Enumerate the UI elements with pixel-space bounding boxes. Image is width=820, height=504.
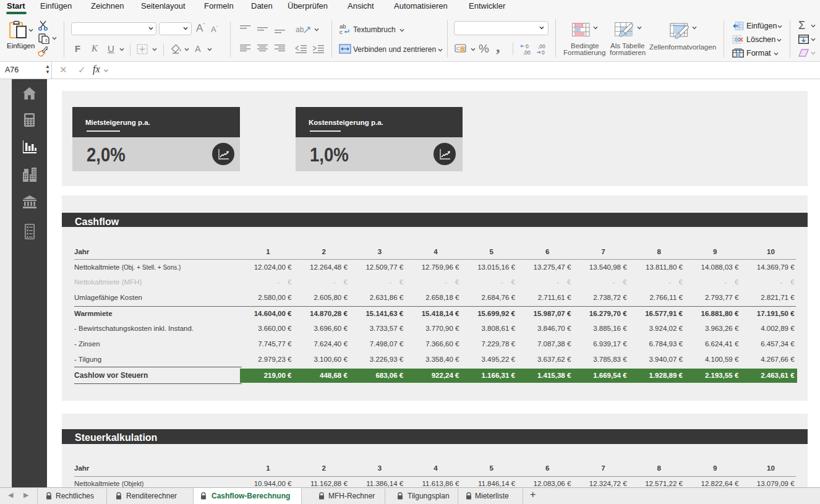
svg-text:ab: ab	[296, 25, 304, 34]
svg-text:,00: ,00	[538, 43, 545, 49]
svg-text:C: C	[456, 46, 460, 51]
svg-text:,00: ,00	[523, 49, 531, 55]
svg-text:0: 0	[542, 49, 545, 55]
svg-text:0: 0	[526, 43, 529, 49]
svg-text:c: c	[340, 28, 343, 35]
